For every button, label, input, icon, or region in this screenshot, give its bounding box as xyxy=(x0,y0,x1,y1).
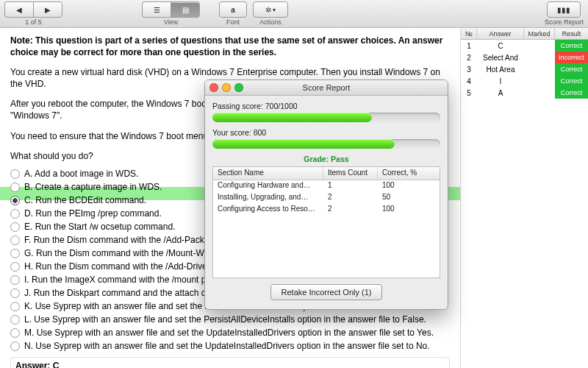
side-row[interactable]: 5ACorrect xyxy=(461,87,588,99)
score-report-button[interactable]: ▮▮▮ xyxy=(547,1,581,18)
dialog-titlebar[interactable]: Score Report xyxy=(205,80,448,96)
radio-icon xyxy=(10,342,20,351)
radio-icon xyxy=(10,222,20,232)
chevron-down-icon: ▾ xyxy=(273,7,276,13)
radio-icon xyxy=(10,169,20,179)
score-report-dialog: Score Report Passing score: 700/1000 You… xyxy=(204,79,448,310)
cell-result: Correct xyxy=(555,63,588,75)
cell-answer: I xyxy=(477,75,524,87)
cell-correct: 50 xyxy=(378,192,437,204)
radio-icon xyxy=(10,196,20,205)
radio-icon xyxy=(10,262,20,272)
th-items: Items Count xyxy=(323,167,378,180)
radio-icon xyxy=(10,275,20,285)
radio-icon xyxy=(10,328,20,338)
cell-num: 5 xyxy=(461,87,477,99)
retake-incorrect-button[interactable]: Retake Incorrect Only (1) xyxy=(270,284,383,300)
th-section: Section Name xyxy=(213,167,323,180)
view-mode-1-button[interactable]: ☰ xyxy=(142,1,171,18)
section-table: Section Name Items Count Correct, % Conf… xyxy=(212,166,440,278)
cell-result: Correct xyxy=(555,87,588,99)
side-row[interactable]: 2Select AndIncorrect xyxy=(461,52,588,63)
actions-button[interactable]: ✲ ▾ xyxy=(253,1,288,18)
radio-icon xyxy=(10,209,20,219)
passing-score-bar xyxy=(212,113,440,122)
view-label: View xyxy=(164,18,178,26)
cell-section: Installing, Upgrading, and… xyxy=(213,192,323,204)
cell-num: 1 xyxy=(461,40,477,52)
cell-items: 1 xyxy=(323,180,378,192)
cell-result: Correct xyxy=(555,75,588,87)
section-row: Installing, Upgrading, and…250 xyxy=(213,192,440,204)
cell-correct: 100 xyxy=(378,204,437,216)
your-score-label: Your score: 800 xyxy=(212,128,440,137)
cell-marked xyxy=(524,87,555,99)
your-score-bar xyxy=(212,139,440,149)
zoom-icon[interactable] xyxy=(234,83,243,92)
cell-answer: C xyxy=(477,40,524,52)
nav-prev-button[interactable]: ◀ xyxy=(4,1,33,18)
font-button[interactable]: a xyxy=(219,1,247,18)
cell-section: Configuring Access to Reso… xyxy=(213,204,323,216)
dialog-title: Score Report xyxy=(303,83,351,92)
choice-m[interactable]: M. Use Syprep with an answer file and se… xyxy=(10,326,450,339)
font-label: Font xyxy=(226,18,240,26)
cell-section: Configuring Hardware and… xyxy=(213,180,323,192)
cell-num: 3 xyxy=(461,63,477,75)
cell-items: 2 xyxy=(323,192,378,204)
cell-items: 2 xyxy=(323,204,378,216)
side-row[interactable]: 4ICorrect xyxy=(461,75,588,87)
cell-answer: Hot Area xyxy=(477,63,524,75)
list-icon: ☰ xyxy=(154,6,160,14)
view-mode-2-button[interactable]: ▤ xyxy=(171,1,200,18)
answer-box: Answer: C xyxy=(10,357,450,368)
minimize-icon[interactable] xyxy=(222,83,231,92)
radio-icon xyxy=(10,249,20,258)
cell-marked xyxy=(524,52,555,63)
cell-answer: Select And xyxy=(477,52,524,63)
cell-marked xyxy=(524,40,555,52)
cell-result: Incorrect xyxy=(555,52,588,63)
passing-score-label: Passing score: 700/1000 xyxy=(212,102,440,110)
cell-num: 4 xyxy=(461,75,477,87)
col-result: Result xyxy=(555,28,588,39)
radio-icon xyxy=(10,302,20,311)
col-num: № xyxy=(461,28,477,39)
bar-chart-icon: ▮▮▮ xyxy=(557,6,570,14)
section-row: Configuring Hardware and…1100 xyxy=(213,180,440,192)
side-header: № Answer Marked Result xyxy=(461,28,588,40)
toolbar: ◀ ▶ 1 of 5 ☰ ▤ View a Font ✲ ▾ Act xyxy=(0,0,588,28)
nav-next-button[interactable]: ▶ xyxy=(33,1,62,18)
choice-n[interactable]: N. Use Syprep with an answer file and se… xyxy=(10,339,450,353)
cell-num: 2 xyxy=(461,52,477,63)
nav-counter: 1 of 5 xyxy=(25,18,42,26)
question-note: Note: This question is part of a series … xyxy=(10,35,450,58)
actions-label: Actions xyxy=(259,18,282,26)
col-answer: Answer xyxy=(477,28,524,39)
th-correct: Correct, % xyxy=(378,167,437,180)
radio-icon xyxy=(10,236,20,245)
section-row: Configuring Access to Reso…2100 xyxy=(213,204,440,216)
choice-l[interactable]: L. Use Syprep with an answer file and se… xyxy=(10,313,450,326)
close-icon[interactable] xyxy=(209,83,218,92)
col-marked: Marked xyxy=(524,28,555,39)
score-report-label: Score Report xyxy=(545,18,584,26)
grade-label: Grade: Pass xyxy=(212,155,440,163)
radio-icon xyxy=(10,183,20,192)
grid-icon: ▤ xyxy=(182,6,189,14)
gear-icon: ✲ xyxy=(265,6,271,14)
cell-marked xyxy=(524,75,555,87)
side-row[interactable]: 3Hot AreaCorrect xyxy=(461,63,588,75)
cell-answer: A xyxy=(477,87,524,99)
radio-icon xyxy=(10,289,20,298)
cell-correct: 100 xyxy=(378,180,437,192)
radio-icon xyxy=(10,315,20,325)
side-row[interactable]: 1CCorrect xyxy=(461,40,588,52)
cell-result: Correct xyxy=(555,40,588,52)
score-side-panel: № Answer Marked Result 1CCorrect2Select … xyxy=(460,28,588,368)
cell-marked xyxy=(524,63,555,75)
